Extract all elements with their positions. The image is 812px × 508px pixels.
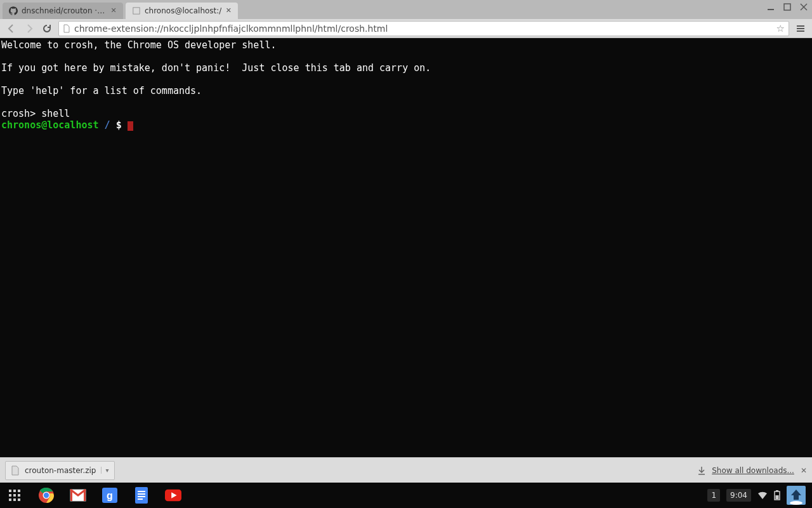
- download-filename: crouton-master.zip: [25, 466, 96, 475]
- forward-button[interactable]: [23, 22, 36, 35]
- gmail-icon[interactable]: [70, 487, 86, 504]
- show-all-downloads-link[interactable]: Show all downloads...: [712, 466, 794, 475]
- reload-button[interactable]: [41, 22, 53, 35]
- back-button[interactable]: [5, 22, 18, 35]
- maximize-icon[interactable]: [783, 3, 792, 11]
- notification-count[interactable]: 1: [707, 489, 720, 502]
- svg-rect-22: [84, 490, 86, 501]
- close-download-bar[interactable]: ✕: [801, 466, 807, 475]
- svg-rect-11: [9, 494, 11, 497]
- download-arrow-icon: [698, 466, 705, 475]
- close-window-icon[interactable]: [799, 3, 808, 11]
- github-icon: [9, 6, 18, 15]
- battery-icon: [774, 490, 780, 500]
- url-text: chrome-extension://nkoccljplnhpfnfiajclk…: [74, 23, 773, 34]
- svg-rect-15: [13, 498, 16, 501]
- svg-rect-28: [138, 496, 145, 497]
- svg-rect-12: [13, 494, 16, 497]
- svg-rect-29: [138, 498, 143, 500]
- svg-rect-27: [138, 493, 145, 495]
- terminal-line: Type 'help' for a list of commands.: [1, 85, 202, 97]
- minimize-icon[interactable]: [766, 3, 775, 11]
- shell-sigil: $: [116, 119, 122, 131]
- window-controls: [766, 3, 808, 11]
- tab-title: dnschneid/crouton · GitH: [22, 6, 107, 15]
- svg-rect-0: [133, 8, 140, 14]
- svg-rect-14: [9, 498, 11, 501]
- page-icon: [63, 24, 70, 33]
- bookmark-star-icon[interactable]: ☆: [776, 23, 785, 34]
- wifi-icon: [757, 491, 768, 500]
- file-icon: [11, 465, 20, 476]
- address-bar[interactable]: chrome-extension://nkoccljplnhpfnfiajclk…: [58, 21, 789, 36]
- svg-rect-6: [797, 28, 804, 29]
- svg-point-34: [790, 501, 802, 505]
- chevron-down-icon[interactable]: ▾: [101, 467, 108, 474]
- download-item[interactable]: crouton-master.zip ▾: [5, 461, 115, 480]
- terminal-area[interactable]: Welcome to crosh, the Chrome OS develope…: [0, 38, 812, 457]
- svg-rect-1: [768, 9, 774, 10]
- svg-rect-25: [135, 487, 148, 504]
- svg-rect-16: [18, 498, 20, 501]
- svg-rect-26: [138, 491, 145, 492]
- page-icon: [132, 6, 141, 15]
- svg-rect-33: [776, 495, 779, 499]
- svg-rect-21: [70, 490, 72, 501]
- svg-rect-5: [797, 25, 804, 27]
- shell-user-host: chronos@localhost: [1, 119, 99, 131]
- chrome-icon[interactable]: [38, 487, 55, 504]
- crosh-prompt: crosh>: [1, 108, 41, 119]
- svg-rect-9: [13, 490, 16, 492]
- tab-strip: dnschneid/crouton · GitH ✕ chronos@local…: [0, 0, 812, 19]
- chrome-menu-button[interactable]: [794, 22, 807, 35]
- tab-title: chronos@localhost:/: [145, 6, 221, 15]
- browser-toolbar: chrome-extension://nkoccljplnhpfnfiajclk…: [0, 19, 812, 38]
- download-bar: crouton-master.zip ▾ Show all downloads.…: [0, 457, 812, 483]
- svg-rect-13: [18, 494, 20, 497]
- terminal-line: Welcome to crosh, the Chrome OS develope…: [1, 39, 276, 51]
- youtube-icon[interactable]: [165, 487, 181, 504]
- svg-rect-10: [18, 490, 20, 492]
- shell-cwd: /: [105, 119, 110, 131]
- crosh-command: shell: [41, 108, 70, 119]
- svg-rect-7: [797, 30, 804, 32]
- clock: 9:04: [726, 489, 751, 502]
- close-icon[interactable]: ✕: [110, 8, 117, 14]
- status-tray[interactable]: 1 9:04: [707, 486, 806, 505]
- terminal-cursor: [128, 121, 133, 131]
- svg-text:g: g: [107, 490, 113, 501]
- google-search-icon[interactable]: g: [102, 487, 118, 504]
- close-icon[interactable]: ✕: [225, 8, 232, 14]
- tab-crosh[interactable]: chronos@localhost:/ ✕: [126, 3, 238, 19]
- google-docs-icon[interactable]: [133, 487, 150, 504]
- chromeos-shelf: g 1 9:04: [0, 483, 812, 508]
- user-avatar-icon[interactable]: [787, 486, 806, 505]
- svg-rect-8: [9, 490, 11, 492]
- terminal-line: If you got here by mistake, don't panic!…: [1, 62, 431, 74]
- svg-rect-2: [784, 4, 790, 10]
- terminal-output: Welcome to crosh, the Chrome OS develope…: [0, 38, 812, 132]
- tab-github[interactable]: dnschneid/crouton · GitH ✕: [3, 3, 123, 19]
- app-launcher-icon[interactable]: [6, 487, 23, 504]
- svg-point-19: [44, 493, 49, 498]
